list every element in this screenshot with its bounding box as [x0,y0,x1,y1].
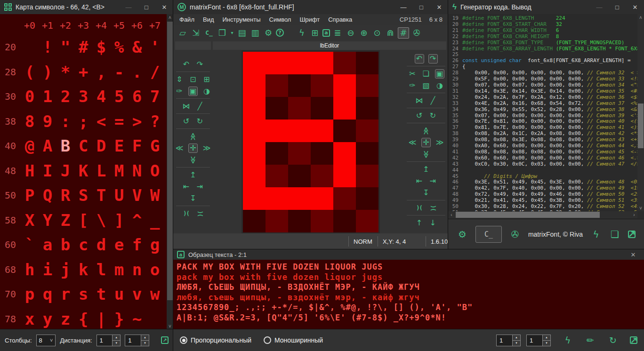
pixel-cell[interactable] [288,165,311,187]
charmap-cell[interactable]: % [110,39,128,55]
charmap-cell[interactable]: ` [21,237,39,253]
charmap-cell[interactable]: ] [110,212,128,228]
charmap-cell[interactable]: W [146,187,164,203]
charmap-cell[interactable]: @ [21,138,39,154]
char-next-icon[interactable]: ↓ [428,218,438,228]
zoom-out-icon[interactable]: ⊖ [345,27,356,39]
charmap-cell[interactable]: h [21,262,39,278]
language-c-button[interactable]: C_ [475,226,502,243]
move-icon[interactable]: ✛ [421,138,431,147]
pixel-cell[interactable] [266,120,288,142]
charmap-cell[interactable]: L [92,163,110,179]
charmap-cell[interactable]: g [146,237,164,253]
charmap-cell[interactable]: G [146,138,164,154]
close-button[interactable]: ✕ [626,251,640,258]
pixel-cell[interactable] [288,187,311,210]
invert-icon[interactable]: ◑ [435,81,444,90]
charmap-cell[interactable]: { [74,311,92,327]
charmap-cell[interactable]: 8 [21,113,39,129]
export-code-icon[interactable]: ↗ [628,231,636,238]
charmap-cell[interactable]: v [128,286,146,302]
menu-item-Шрифт[interactable]: Шрифт [295,16,324,23]
charmap-cell[interactable]: 5 [110,88,128,104]
log-toggle-icon[interactable]: ≣ [332,27,343,39]
sample-spacing-x-stepper[interactable]: 1 ▲▼ [496,335,521,346]
crop-icon[interactable]: ⊡ [188,75,198,84]
pixel-cell[interactable] [243,165,266,187]
charmap-cell[interactable]: U [110,187,128,203]
skew-icon[interactable]: ╱ [195,102,205,111]
charmap-cell[interactable]: Q [39,187,56,203]
undo-icon[interactable]: ↶ [415,54,424,64]
scroll-down-icon[interactable]: ˅ [637,205,644,211]
charmap-cell[interactable]: | [92,311,110,327]
pixel-cell[interactable] [243,187,266,210]
menu-item-Символ[interactable]: Символ [265,16,296,23]
pixel-cell[interactable] [311,187,333,210]
pixel-cell[interactable] [356,52,378,74]
pixel-cell[interactable] [356,210,378,232]
open-dropdown-icon[interactable]: ▾ [230,27,234,39]
char-prev-icon[interactable]: ↑ [415,218,424,228]
charmap-cell[interactable]: w [146,286,164,302]
charmap-cell[interactable]: } [110,311,128,327]
menu-item-Файл[interactable]: Файл [175,16,199,23]
pixel-cell[interactable] [266,187,288,210]
stepper-down-icon[interactable]: ▼ [513,341,520,346]
charmap-cell[interactable]: 1 [39,88,56,104]
charmap-cell[interactable]: = [110,113,128,129]
pixel-cell[interactable] [356,187,378,210]
charmap-cell[interactable]: N [128,163,146,179]
pixel-cell[interactable] [333,52,356,74]
pixel-cell[interactable] [333,97,356,120]
settings-icon[interactable]: ⚙ [263,27,274,39]
pixel-cell[interactable] [243,74,266,97]
pixel-cell[interactable] [266,52,288,74]
charmap-cell[interactable]: 4 [92,88,110,104]
charmap-cell[interactable]: I [39,163,56,179]
charmap-cell[interactable]: x [21,311,39,327]
charmap-cell[interactable]: q [39,286,56,302]
charmap-cell[interactable]: , [92,64,110,80]
charmap-scrollbar-thumb[interactable] [167,22,173,300]
reload-icon[interactable]: ↻ [607,335,619,346]
snap-left-icon[interactable]: ⇤ [415,176,424,186]
charmap-cell[interactable]: b [56,237,74,253]
stepper-up-icon[interactable]: ▲ [141,335,149,341]
charmap-cell[interactable]: 6 [128,88,146,104]
charmap-cell[interactable]: \ [92,212,110,228]
invert-icon[interactable]: ◑ [202,87,211,96]
charmap-cell[interactable]: D [92,138,110,154]
charmap-cell[interactable]: z [56,311,74,327]
proportional-radio[interactable] [180,336,187,344]
pixel-cell[interactable] [243,120,266,142]
help-icon[interactable]: ? [276,29,284,37]
charmap-cell[interactable]: 2 [56,88,74,104]
pixel-cell[interactable] [288,52,311,74]
charmap-cell[interactable]: u [110,286,128,302]
charmap-cell[interactable]: : [56,113,74,129]
redo-icon[interactable]: ↷ [428,54,438,64]
stepper-up-icon[interactable]: ▲ [113,335,120,341]
charmap-cell[interactable]: [ [74,212,92,228]
scroll-down-icon[interactable]: ˅ [167,323,173,329]
code-horizontal-scrollbar[interactable]: ‹ › [448,211,637,218]
find-icon[interactable]: ⋒ [385,27,396,39]
charmap-cell[interactable]: - [110,64,128,80]
gear-icon[interactable]: ⚙ [457,229,468,240]
scrollbar-thumb[interactable] [456,212,600,218]
charmap-cell[interactable]: ! [39,39,56,55]
charmap-cell[interactable]: 0 [21,88,39,104]
cut-icon[interactable]: ✂ [408,69,417,79]
charmap-cell[interactable]: E [110,138,128,154]
charmap-cell[interactable]: j [56,262,74,278]
stamp-icon[interactable]: ✑ [175,87,184,96]
snap-right-icon[interactable]: ⇥ [195,182,205,191]
charmap-cell[interactable]: S [74,187,92,203]
save-as-icon[interactable]: ▥ [250,27,261,39]
charmap-cell[interactable]: 7 [146,88,164,104]
pixel-cell[interactable] [356,74,378,97]
export-charmap-icon[interactable]: ↗ [161,336,169,344]
generate-code-icon[interactable]: ϟ [590,229,602,240]
paste-icon[interactable]: ▣ [188,87,198,96]
